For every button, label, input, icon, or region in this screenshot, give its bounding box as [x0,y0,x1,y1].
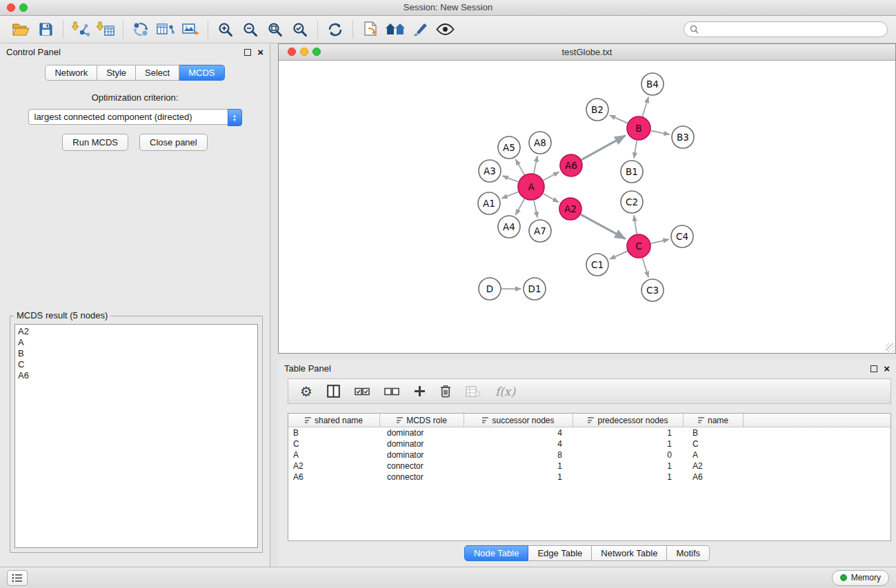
graph-node-A3[interactable]: A3 [479,160,501,182]
home-button[interactable] [383,19,408,41]
graph-edge-A-A4[interactable] [516,199,525,215]
graph-edge-B-B1[interactable] [634,141,637,159]
zoom-out-button[interactable] [238,19,263,41]
graph-edge-B-B4[interactable] [642,97,648,116]
node-table[interactable]: shared nameMCDS rolesuccessor nodesprede… [288,413,891,541]
graph-edge-A-A8[interactable] [534,156,537,173]
tab-node-table[interactable]: Node Table [464,545,529,561]
zoom-fit-button[interactable] [263,19,288,41]
criterion-dropdown[interactable]: largest connected component (directed) ▲… [28,109,242,125]
graph-edge-A-A3[interactable] [502,176,518,182]
clone-network-button[interactable] [128,19,153,41]
mcds-result-item[interactable]: A2 [18,326,255,337]
graph-edge-A6-B[interactable] [581,136,626,160]
network-from-table-button[interactable] [153,19,178,41]
graph-node-A5[interactable]: A5 [498,136,520,159]
apply-style-button[interactable] [408,19,432,41]
graph-node-D1[interactable]: D1 [524,278,546,300]
column-header[interactable]: predecessor nodes [573,414,684,427]
graph-node-B4[interactable]: B4 [641,73,664,95]
network-minimize-button[interactable] [300,48,308,56]
mcds-result-item[interactable]: A6 [18,370,255,381]
search-box[interactable] [684,21,888,37]
graph-edge-B-B2[interactable] [610,115,628,123]
graph-node-C3[interactable]: C3 [641,279,664,301]
graph-edge-A-A2[interactable] [543,194,558,203]
table-row[interactable]: A6connector11A6 [288,472,890,483]
mcds-result-item[interactable]: A [18,337,255,348]
column-header[interactable]: successor nodes [464,414,573,427]
graph-edge-A-A7[interactable] [534,201,537,218]
mcds-result-item[interactable]: B [18,348,255,359]
close-panel-icon[interactable]: × [257,49,263,56]
graph-edge-C-C4[interactable] [651,239,669,243]
tab-network-table[interactable]: Network Table [592,545,667,561]
column-header[interactable]: name [684,414,744,427]
graph-node-A6[interactable]: A6 [560,154,582,176]
graph-node-C4[interactable]: C4 [671,225,693,247]
tab-select[interactable]: Select [136,65,179,81]
export-image-button[interactable] [178,19,203,41]
open-session-button[interactable] [8,19,33,41]
mcds-result-item[interactable]: C [18,359,255,370]
network-zoom-button[interactable] [312,48,321,56]
select-all-button[interactable] [355,387,370,396]
graph-node-B3[interactable]: B3 [672,126,694,148]
zoom-in-button[interactable] [213,19,238,41]
network-window[interactable]: testGlobe.txt A5A8A3A1A4A7AA6A2BB2B4B3B1… [278,43,896,354]
show-graphics-details-button[interactable] [432,19,457,41]
task-history-button[interactable] [7,570,28,586]
run-mcds-button[interactable]: Run MCDS [62,134,128,151]
close-panel-button[interactable]: Close panel [139,134,208,151]
graph-edge-C-C1[interactable] [610,251,628,259]
graph-node-B2[interactable]: B2 [586,99,608,121]
graph-node-A2[interactable]: A2 [559,198,581,220]
graph-edge-A-A1[interactable] [501,192,518,199]
window-titlebar[interactable]: Session: New Session [0,0,896,16]
graph-node-A1[interactable]: A1 [478,192,500,214]
column-header[interactable]: shared name [288,414,380,427]
graph-edge-A2-C[interactable] [581,214,626,239]
delete-column-button[interactable] [440,385,451,398]
zoom-selected-button[interactable] [288,19,312,41]
table-row[interactable]: Bdominator41B [288,427,890,438]
memory-button[interactable]: Memory [832,570,889,586]
graph-edge-A-A6[interactable] [544,172,559,180]
function-builder-button[interactable]: f(x) [495,385,515,398]
table-row[interactable]: A2connector11A2 [288,460,890,472]
tab-mcds[interactable]: MCDS [179,65,224,81]
graph-node-B[interactable]: B [627,116,650,140]
tab-network[interactable]: Network [45,65,97,81]
tab-edge-table[interactable]: Edge Table [528,545,592,561]
graph-node-C2[interactable]: C2 [621,191,643,213]
graph-node-B1[interactable]: B1 [621,161,643,183]
import-table-button[interactable] [93,19,118,41]
export-network-button[interactable] [358,19,383,41]
table-row[interactable]: Adominator80A [288,449,890,460]
import-network-button[interactable] [68,19,93,41]
deselect-all-button[interactable] [384,387,399,396]
search-input[interactable] [703,24,882,35]
float-panel-icon[interactable] [244,49,251,56]
graph-node-A4[interactable]: A4 [498,216,520,238]
table-settings-button[interactable]: ⚙ [300,385,312,398]
refresh-view-button[interactable] [323,19,348,41]
graph-node-A8[interactable]: A8 [529,132,551,154]
float-table-panel-icon[interactable] [870,365,877,372]
network-window-titlebar[interactable]: testGlobe.txt [279,44,895,61]
graph-edge-C-C3[interactable] [642,258,648,277]
graph-edge-A-A5[interactable] [516,159,525,174]
close-table-panel-icon[interactable]: × [884,365,890,372]
table-row[interactable]: Cdominator41C [288,438,890,449]
tab-motifs[interactable]: Motifs [667,545,710,561]
column-header[interactable]: MCDS role [380,414,464,427]
graph-edge-C-C2[interactable] [634,216,637,234]
network-svg[interactable]: A5A8A3A1A4A7AA6A2BB2B4B3B1CC2C4C1C3DD1 [279,61,895,353]
tab-style[interactable]: Style [97,65,136,81]
network-canvas[interactable]: A5A8A3A1A4A7AA6A2BB2B4B3B1CC2C4C1C3DD1 [279,61,895,353]
graph-node-A7[interactable]: A7 [529,220,551,242]
show-columns-button[interactable] [327,385,340,398]
network-close-button[interactable] [288,48,296,56]
save-session-button[interactable] [33,19,58,41]
graph-edge-B-B3[interactable] [651,131,670,135]
